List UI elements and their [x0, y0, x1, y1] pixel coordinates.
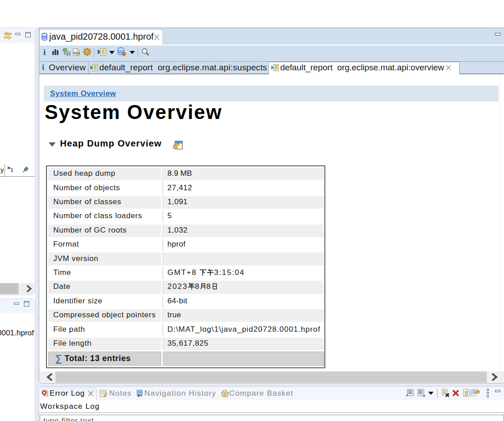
svg-text:OQL: OQL: [74, 51, 80, 55]
